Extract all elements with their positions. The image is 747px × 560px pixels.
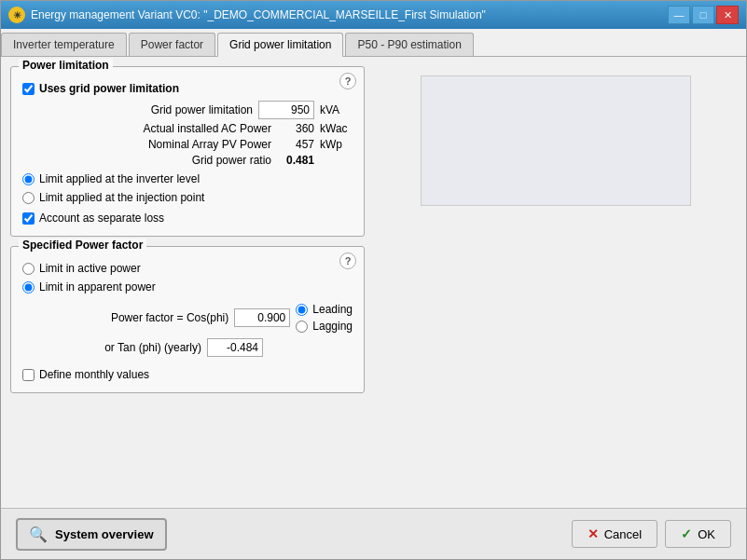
nominal-pv-power-row: Nominal Array PV Power 457 kWp [22,138,353,151]
grid-power-limit-label: Grid power limitation [151,103,253,116]
cancel-button[interactable]: ✕ Cancel [572,520,657,548]
footer: 🔍 System overview ✕ Cancel ✓ OK [1,508,746,559]
account-separate-loss-checkbox[interactable] [22,212,35,225]
tan-phi-label: or Tan (phi) (yearly) [104,341,201,354]
power-factor-cos-row: Power factor = Cos(phi) Leading Lagging [22,303,353,333]
system-overview-label: System overview [55,527,154,541]
define-monthly-checkbox[interactable] [22,369,35,381]
actual-ac-power-row: Actual installed AC Power 360 kWac [22,122,353,135]
limit-inverter-radio-label[interactable]: Limit applied at the inverter level [22,172,353,185]
specified-power-factor-help-button[interactable]: ? [339,253,356,269]
limit-apparent-label: Limit in apparent power [39,280,156,294]
leading-radio-label[interactable]: Leading [296,303,353,316]
uses-grid-checkbox[interactable] [22,83,35,95]
define-monthly-text: Define monthly values [39,368,149,381]
lagging-radio[interactable] [296,321,308,333]
search-icon: 🔍 [29,526,48,543]
tab-bar: Inverter temperature Power factor Grid p… [1,29,746,57]
account-separate-loss-text: Account as separate loss [39,212,164,225]
tab-power-factor[interactable]: Power factor [129,33,215,56]
grid-power-limit-input[interactable] [258,101,314,119]
title-buttons: — □ ✕ [668,6,739,24]
footer-right: ✕ Cancel ✓ OK [572,520,731,548]
leading-radio[interactable] [296,304,308,316]
main-window: ☀ Energy management Variant VC0: "_DEMO_… [0,0,747,560]
limit-apparent-radio[interactable] [22,281,35,294]
lagging-radio-label[interactable]: Lagging [296,320,353,333]
main-content: Power limitation ? Uses grid power limit… [1,57,746,508]
leading-label: Leading [312,303,353,316]
limit-injection-radio-label[interactable]: Limit applied at the injection point [22,191,353,204]
ok-label: OK [698,527,715,541]
tab-grid-power-limitation[interactable]: Grid power limitation [217,33,343,57]
minimize-button[interactable]: — [668,6,690,24]
limit-inverter-label: Limit applied at the inverter level [39,172,200,185]
power-factor-cos-label: Power factor = Cos(phi) [111,311,228,324]
grid-power-limit-row: Grid power limitation kVA [22,101,353,119]
maximize-button[interactable]: □ [692,6,714,24]
uses-grid-label: Uses grid power limitation [39,82,179,95]
ok-button[interactable]: ✓ OK [665,520,731,548]
lagging-label: Lagging [312,320,353,333]
ok-icon: ✓ [681,526,692,541]
grid-power-ratio-label: Grid power ratio [192,154,271,167]
leading-lagging-radios: Leading Lagging [296,303,353,333]
tan-phi-row: or Tan (phi) (yearly) [22,338,353,357]
close-button[interactable]: ✕ [716,6,739,24]
actual-ac-power-value: 360 [277,122,314,135]
grid-power-ratio-value: 0.481 [277,154,314,167]
specified-power-factor-title: Specified Power factor [19,239,146,252]
tab-inverter-temperature[interactable]: Inverter temperature [1,33,127,56]
chart-placeholder [421,75,691,206]
limit-active-radio[interactable] [22,263,35,275]
title-bar: ☀ Energy management Variant VC0: "_DEMO_… [1,1,746,29]
nominal-pv-power-value: 457 [277,138,314,151]
app-icon: ☀ [8,7,25,23]
power-limitation-title: Power limitation [19,59,113,72]
actual-ac-power-label: Actual installed AC Power [144,122,271,135]
nominal-pv-power-label: Nominal Array PV Power [148,138,271,151]
cancel-icon: ✕ [588,526,599,541]
left-panel: Power limitation ? Uses grid power limit… [10,66,365,499]
limit-inverter-radio[interactable] [22,173,35,185]
tan-phi-input[interactable] [207,338,263,357]
right-panel [374,66,737,499]
specified-power-factor-group: Specified Power factor ? Limit in active… [10,246,365,393]
system-overview-button[interactable]: 🔍 System overview [16,518,167,551]
footer-left: 🔍 System overview [16,518,167,551]
power-limitation-help-button[interactable]: ? [339,73,356,89]
limit-active-radio-label[interactable]: Limit in active power [22,262,353,275]
power-limitation-group: Power limitation ? Uses grid power limit… [10,66,365,237]
grid-power-ratio-row: Grid power ratio 0.481 [22,154,353,167]
limit-active-label: Limit in active power [39,262,141,275]
power-factor-cos-input[interactable] [234,308,290,327]
cancel-label: Cancel [604,527,642,541]
actual-ac-power-unit: kWac [320,122,353,135]
define-monthly-label[interactable]: Define monthly values [22,368,353,381]
uses-grid-checkbox-label[interactable]: Uses grid power limitation [22,82,353,95]
grid-power-limit-unit: kVA [320,103,353,116]
limit-apparent-radio-label[interactable]: Limit in apparent power [22,280,353,294]
title-bar-left: ☀ Energy management Variant VC0: "_DEMO_… [8,7,486,23]
tab-p50-p90-estimation[interactable]: P50 - P90 estimation [345,33,473,56]
limit-injection-radio[interactable] [22,192,35,204]
nominal-pv-power-unit: kWp [320,138,353,151]
account-separate-loss-label[interactable]: Account as separate loss [22,212,353,225]
window-title: Energy management Variant VC0: "_DEMO_CO… [31,8,486,21]
limit-injection-label: Limit applied at the injection point [39,191,204,204]
